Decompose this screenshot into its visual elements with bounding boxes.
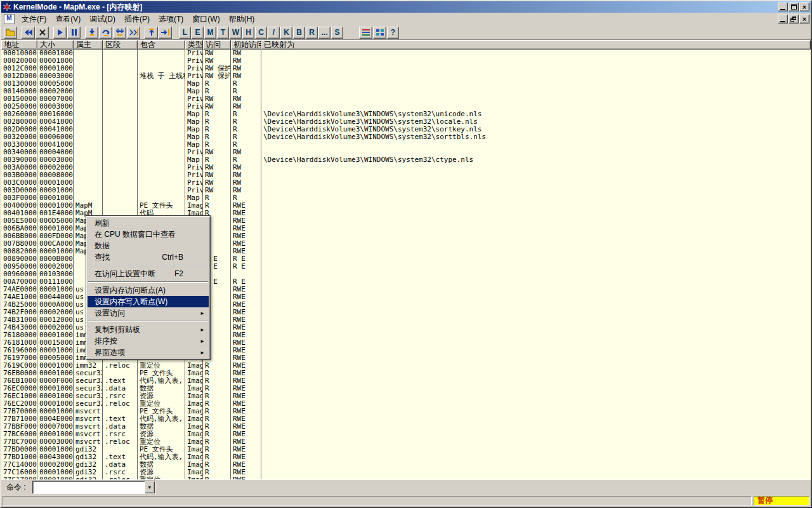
table-row[interactable]: 0040000000001000MapMPE 文件头ImagRRWE bbox=[1, 202, 811, 210]
table-row[interactable]: 76EB10000000F000secur32.text代码,输入表,ImagR… bbox=[1, 377, 811, 385]
command-input[interactable] bbox=[33, 481, 145, 493]
table-row[interactable]: 003B000000008000PrivRWRW bbox=[1, 171, 811, 179]
context-menu-item-view-in-cpu-dump[interactable]: 在 CPU 数据窗口中查看 bbox=[88, 229, 209, 240]
table-row[interactable]: 77BD000000001000gdi32PE 文件头ImagRRWE bbox=[1, 446, 811, 453]
table-row[interactable]: 77BBF00000007000msvcrt.data数据ImagRRWE bbox=[1, 423, 811, 431]
maximize-button[interactable] bbox=[789, 3, 799, 11]
window-button-t[interactable]: T bbox=[217, 27, 229, 39]
table-row[interactable]: 0025000000003000PrivRWRW bbox=[1, 103, 811, 110]
menubar-item-options[interactable]: 选项(T) bbox=[154, 13, 188, 26]
menubar-item-window[interactable]: 窗口(W) bbox=[188, 13, 224, 26]
table-row[interactable]: 77C1700000001000gdi32.reloc重定位ImagRRWE bbox=[1, 476, 811, 479]
window-button-slash[interactable]: / bbox=[268, 27, 280, 39]
context-menu-item-search[interactable]: 查找Ctrl+B bbox=[88, 251, 209, 263]
context-menu-item-set-memory-access-breakpoint[interactable]: 设置内存访问断点(A) bbox=[88, 284, 209, 296]
context-menu-item-set-access[interactable]: 设置访问► bbox=[88, 307, 209, 319]
table-row[interactable]: 77B7000000001000msvcrtPE 文件头ImagRRWE bbox=[1, 408, 811, 415]
table-row[interactable]: 0013000000005000MapRR bbox=[1, 80, 811, 88]
column-header[interactable]: 区段 bbox=[103, 40, 138, 50]
table-row[interactable]: 002D000000041000MapRR\Device\HarddiskVol… bbox=[1, 126, 811, 133]
context-menu-item-appearance[interactable]: 界面选项► bbox=[88, 347, 209, 358]
help-button[interactable]: ? bbox=[387, 27, 399, 39]
table-row[interactable]: 0033000000041000MapRR bbox=[1, 141, 811, 149]
table-row[interactable]: 0012D00000003000堆栈 于 主线程PrivRW 保护RW bbox=[1, 72, 811, 80]
table-row[interactable]: 0034000000004000PrivRWRW bbox=[1, 149, 811, 156]
go-to-button[interactable] bbox=[159, 27, 172, 39]
window-button-k[interactable]: K bbox=[280, 27, 292, 39]
column-header[interactable]: 地址 bbox=[1, 40, 37, 50]
appearance-button[interactable] bbox=[373, 27, 386, 39]
table-row[interactable]: 7619C00000001000imm32.reloc重定位ImagRRWE bbox=[1, 362, 811, 370]
table-row[interactable]: 77BC700000003000msvcrt.reloc重定位ImagRRWE bbox=[1, 438, 811, 446]
table-row[interactable]: 77B710000004E000msvcrt.text代码,输入表,ImagRR… bbox=[1, 415, 811, 423]
context-menu-item-dump[interactable]: 数据 bbox=[88, 240, 209, 251]
table-row[interactable]: 0015000000007000PrivRWRW bbox=[1, 95, 811, 103]
column-header[interactable]: 属主 bbox=[74, 40, 103, 50]
execute-till-return-button[interactable] bbox=[145, 27, 158, 39]
run-button[interactable] bbox=[53, 27, 67, 39]
command-dropdown-button[interactable]: ▼ bbox=[145, 481, 155, 493]
table-row[interactable]: 76EB000000001000secur32PE 文件头ImagRRWE bbox=[1, 370, 811, 377]
window-button-c[interactable]: C bbox=[255, 27, 267, 39]
table-row[interactable]: 77C1400000002000gdi32.data数据ImagRRWE bbox=[1, 461, 811, 469]
table-row[interactable]: 0012C00000001000PrivRW 保护RW bbox=[1, 65, 811, 72]
table-row[interactable]: 76EC200000001000secur32.reloc重定位ImagRRWE bbox=[1, 400, 811, 408]
table-row[interactable]: 0039000000003000MapRR\Device\HarddiskVol… bbox=[1, 156, 811, 164]
step-into-button[interactable] bbox=[85, 27, 98, 39]
table-row[interactable]: 0028000000041000MapRR\Device\HarddiskVol… bbox=[1, 118, 811, 126]
minimize-button[interactable] bbox=[778, 3, 788, 11]
menubar-item-file[interactable]: 文件(F) bbox=[17, 13, 51, 26]
window-button-w[interactable]: W bbox=[230, 27, 242, 39]
table-row[interactable]: 76EC100000001000secur32.rsrc资源ImagRRWE bbox=[1, 392, 811, 400]
context-menu-item-copy-to-clipboard[interactable]: 复制到剪贴板► bbox=[88, 324, 209, 335]
window-button-l[interactable]: L bbox=[179, 27, 191, 39]
table-row[interactable]: 0001000000001000PrivRWRW bbox=[1, 50, 811, 57]
table-row[interactable]: 003F000000001000MapRR bbox=[1, 194, 811, 202]
menubar-item-debug[interactable]: 调试(D) bbox=[85, 13, 120, 26]
window-button-e[interactable]: E bbox=[192, 27, 204, 39]
animate-over-button[interactable] bbox=[127, 27, 140, 39]
column-header[interactable]: 大小 bbox=[37, 40, 74, 50]
close-button[interactable]: × bbox=[799, 3, 809, 11]
open-file-button[interactable] bbox=[4, 27, 17, 39]
table-row[interactable]: 0026000000016000MapRR\Device\HarddiskVol… bbox=[1, 110, 811, 118]
pause-button[interactable] bbox=[67, 27, 81, 39]
context-menu-item-set-memory-write-breakpoint[interactable]: 设置内存写入断点(W) bbox=[88, 296, 209, 307]
menubar-item-help[interactable]: 帮助(H) bbox=[225, 13, 259, 26]
table-row[interactable]: 003A000000002000PrivRWRW bbox=[1, 164, 811, 171]
window-button-b[interactable]: B bbox=[293, 27, 305, 39]
table-row[interactable]: 0032000000006000MapRR\Device\HarddiskVol… bbox=[1, 133, 811, 141]
column-header[interactable]: 包含 bbox=[138, 40, 185, 50]
table-row[interactable]: 0014000000002000MapRR bbox=[1, 88, 811, 95]
column-header[interactable]: 已映射为 bbox=[261, 40, 811, 50]
table-row[interactable]: 77C1600000001000gdi32.rsrc资源ImagRRWE bbox=[1, 469, 811, 476]
table-row[interactable]: 003C000000001000PrivRWRW bbox=[1, 179, 811, 187]
context-menu-item-refresh[interactable]: 刷新 bbox=[88, 217, 209, 229]
table-row[interactable]: 0002000000001000PrivRWRW bbox=[1, 57, 811, 65]
mdi-restore-button[interactable] bbox=[789, 15, 799, 23]
table-row[interactable]: 003D000000001000PrivRWRW bbox=[1, 187, 811, 194]
window-button-ellipsis[interactable]: ... bbox=[318, 27, 331, 39]
menubar-item-view[interactable]: 查看(V) bbox=[51, 13, 85, 26]
table-row[interactable]: 77BC600000001000msvcrt.rsrc资源ImagRRWE bbox=[1, 431, 811, 438]
column-header[interactable]: 类型 bbox=[185, 40, 203, 50]
window-button-r[interactable]: R bbox=[306, 27, 318, 39]
cell bbox=[261, 255, 811, 263]
animate-into-button[interactable] bbox=[113, 27, 126, 39]
window-button-s[interactable]: S bbox=[331, 27, 343, 39]
table-row[interactable]: 76EC000000001000secur32.data数据ImagRRWE bbox=[1, 385, 811, 392]
column-header[interactable]: 访问 bbox=[203, 40, 231, 50]
mdi-close-button[interactable]: × bbox=[799, 15, 809, 23]
restart-button[interactable] bbox=[22, 27, 35, 39]
window-button-h[interactable]: H bbox=[242, 27, 254, 39]
options-button[interactable] bbox=[359, 27, 372, 39]
context-menu-item-sort-by[interactable]: 排序按► bbox=[88, 335, 209, 347]
close-program-button[interactable] bbox=[36, 27, 49, 39]
mdi-minimize-button[interactable] bbox=[778, 15, 788, 23]
menubar-item-plugins[interactable]: 插件(P) bbox=[120, 13, 154, 26]
column-header[interactable]: 初始访问 bbox=[231, 40, 261, 50]
context-menu-item-break-on-access[interactable]: 在访问上设置中断F2 bbox=[88, 268, 209, 279]
step-over-button[interactable] bbox=[99, 27, 112, 39]
table-row[interactable]: 77BD100000043000gdi32.text代码,输入表,ImagRRW… bbox=[1, 453, 811, 461]
window-button-m[interactable]: M bbox=[204, 27, 216, 39]
